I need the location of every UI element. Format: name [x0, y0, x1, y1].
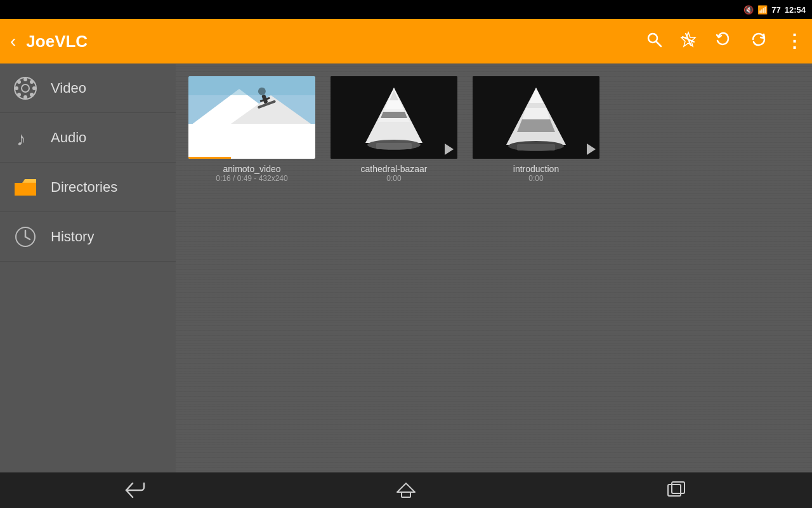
battery-level: 77 [771, 5, 780, 15]
svg-marker-39 [517, 119, 555, 132]
back-history-button[interactable] [714, 30, 732, 53]
sidebar-label-audio: Audio [51, 130, 86, 146]
svg-point-5 [22, 84, 29, 92]
svg-marker-34 [381, 112, 407, 118]
media-meta-cathedral: 0:00 [386, 174, 401, 183]
search-button[interactable] [646, 31, 662, 52]
app-bar: ‹ JoeVLC [0, 19, 812, 64]
mute-icon: 🔇 [743, 5, 754, 15]
status-bar: 🔇 📶 77 12:54 [0, 0, 812, 19]
svg-rect-43 [517, 144, 555, 150]
sidebar-item-audio[interactable]: ♪ Audio [0, 113, 176, 163]
thumbnail-cathedral[interactable] [331, 76, 457, 159]
svg-rect-21 [188, 124, 315, 159]
media-item-cathedral[interactable]: cathedral-bazaar 0:00 [331, 76, 457, 183]
media-item-animoto[interactable]: animoto_video 0:16 / 0:49 - 432x240 [188, 76, 315, 183]
play-overlay-cathedral [445, 144, 454, 155]
main-layout: Video ♪ Audio Directories [0, 64, 812, 472]
more-button[interactable]: ⋮ [785, 32, 802, 50]
video-icon [13, 76, 38, 101]
svg-point-11 [30, 93, 34, 97]
svg-point-12 [30, 80, 34, 84]
wifi-icon: 📶 [757, 5, 768, 15]
svg-rect-26 [188, 76, 315, 95]
play-overlay-animoto [303, 144, 311, 155]
svg-rect-36 [376, 143, 412, 149]
svg-point-13 [17, 93, 21, 97]
clock: 12:54 [785, 5, 806, 15]
sidebar-item-directories[interactable]: Directories [0, 163, 176, 212]
svg-rect-46 [668, 485, 681, 496]
sidebar-label-directories: Directories [51, 179, 117, 196]
svg-rect-45 [402, 492, 410, 497]
sidebar-label-history: History [51, 229, 94, 245]
media-meta-introduction: 0:00 [528, 174, 543, 183]
svg-rect-27 [188, 157, 231, 159]
svg-text:♪: ♪ [16, 128, 26, 149]
thumbnail-introduction[interactable] [473, 76, 599, 159]
svg-point-8 [15, 86, 18, 90]
thumbnail-animoto[interactable] [188, 76, 315, 159]
media-item-introduction[interactable]: introduction 0:00 [473, 76, 599, 183]
nav-home-button[interactable] [395, 481, 417, 500]
back-button[interactable]: ‹ [10, 31, 16, 51]
history-icon [13, 224, 38, 250]
nav-bar [0, 472, 812, 508]
sidebar-item-video[interactable]: Video [0, 64, 176, 113]
sidebar-label-video: Video [51, 80, 86, 97]
nav-recent-button[interactable] [665, 481, 688, 500]
sidebar: Video ♪ Audio Directories [0, 64, 176, 472]
nav-back-button[interactable] [124, 481, 147, 500]
status-icons: 🔇 📶 77 12:54 [743, 5, 806, 15]
svg-line-1 [657, 41, 662, 46]
directories-icon [13, 175, 38, 200]
media-name-animoto: animoto_video [223, 164, 280, 174]
svg-point-9 [32, 86, 36, 90]
media-name-cathedral: cathedral-bazaar [360, 164, 427, 174]
audio-icon: ♪ [13, 125, 38, 150]
svg-point-6 [23, 77, 27, 81]
svg-marker-40 [522, 108, 550, 119]
play-overlay-introduction [587, 144, 596, 155]
media-name-introduction: introduction [513, 164, 559, 174]
svg-line-17 [25, 237, 30, 239]
svg-marker-44 [397, 483, 415, 492]
media-meta-animoto: 0:16 / 0:49 - 432x240 [216, 174, 287, 183]
sidebar-item-history[interactable]: History [0, 212, 176, 262]
app-title: JoeVLC [26, 32, 636, 51]
svg-point-7 [23, 95, 27, 99]
sort-button[interactable] [680, 31, 697, 52]
refresh-button[interactable] [750, 30, 768, 53]
content-area: animoto_video 0:16 / 0:49 - 432x240 [176, 64, 812, 472]
app-bar-actions: ⋮ [646, 30, 802, 53]
svg-point-10 [17, 80, 21, 84]
svg-rect-47 [672, 482, 684, 493]
